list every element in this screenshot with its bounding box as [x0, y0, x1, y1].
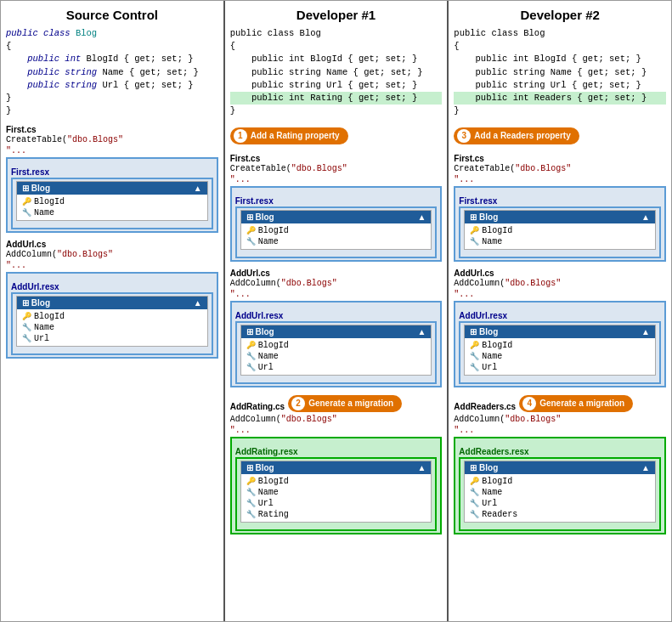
tree-header: ⊞ Blog▲	[241, 461, 432, 474]
callout-number: 3	[457, 129, 471, 143]
tree-header: ⊞ Blog▲	[241, 211, 432, 223]
tree-item: 🔧Name	[245, 351, 428, 362]
key-icon: 🔑	[22, 312, 31, 321]
section-group-addurl: AddUrl.csAddColumn("dbo.Blogs""...AddUrl…	[454, 269, 666, 387]
callout-number: 2	[291, 397, 305, 410]
file-label: AddUrl.cs	[6, 240, 218, 249]
tree-item: 🔧Url	[468, 362, 652, 373]
code-line: }	[454, 105, 666, 117]
code-line: {	[6, 40, 218, 53]
field-icon: 🔧	[470, 499, 479, 508]
file-label: First.cs	[230, 154, 443, 163]
resx-container: AddUrl.resx⊞ Blog▲🔑BlogId🔧Name🔧Url	[454, 301, 666, 387]
resx-container: First.resx⊞ Blog▲🔑BlogId🔧Name	[230, 186, 443, 262]
tree-item-label: Url	[258, 499, 274, 508]
code-line: {	[230, 40, 443, 53]
field-icon: 🔧	[22, 334, 31, 343]
callout-number: 1	[234, 129, 247, 143]
resx-label: First.resx	[235, 196, 438, 206]
tree-item-label: BlogId	[258, 477, 289, 486]
callout-text: Generate a migration	[539, 399, 624, 408]
tree-item: 🔧Readers	[468, 509, 652, 520]
resx-container: First.resx⊞ Blog▲🔑BlogId🔧Name	[454, 186, 666, 262]
field-icon: 🔧	[470, 488, 479, 497]
db-code-ellipsis: "...	[6, 261, 218, 270]
key-icon: 🔑	[470, 341, 479, 350]
code-line: public int Rating { get; set; }	[230, 92, 443, 105]
field-icon: 🔧	[470, 237, 479, 246]
code-line: public int BlogId { get; set; }	[230, 53, 443, 65]
tree-item-label: Name	[258, 488, 279, 497]
tree-header: ⊞ Blog▲	[465, 325, 655, 338]
field-icon: 🔧	[246, 352, 256, 361]
callout-text: Add a Readers property	[474, 131, 570, 140]
tree-item: 🔑BlogId	[245, 225, 428, 236]
tree-item: 🔧Name	[20, 207, 204, 218]
field-icon: 🔧	[470, 352, 479, 361]
tree-widget: ⊞ Blog▲🔑BlogId🔧Name🔧Url	[16, 296, 208, 347]
code-line: public string Name { get; set; }	[6, 66, 218, 79]
tree-item: 🔧Url	[245, 498, 428, 509]
tree-header: ⊞ Blog▲	[465, 461, 655, 474]
tree-item-label: Name	[482, 488, 502, 497]
file-label: AddReaders.cs	[454, 402, 516, 411]
tree-item: 🔧Name	[245, 236, 428, 247]
tree-widget: ⊞ Blog▲🔑BlogId🔧Name🔧Url🔧Readers	[464, 461, 656, 523]
db-code-ellipsis: "...	[6, 146, 218, 156]
tree-item: 🔧Rating	[245, 509, 428, 520]
resx-container: AddRating.resx⊞ Blog▲🔑BlogId🔧Name🔧Url🔧Ra…	[230, 437, 443, 534]
tree-header: ⊞ Blog▲	[17, 182, 207, 195]
section-group-first: First.csCreateTable("dbo.Blogs""...First…	[6, 125, 218, 233]
key-icon: 🔑	[22, 197, 31, 206]
code-line: public string Name { get; set; }	[230, 66, 443, 79]
column-source-control: Source Controlpublic class Blog{ public …	[1, 1, 225, 621]
tree-item-label: Name	[482, 352, 502, 361]
tree-item: 🔑BlogId	[468, 225, 652, 236]
callout-badge: 4Generate a migration	[519, 395, 633, 412]
resx-label: AddUrl.resx	[11, 282, 213, 291]
code-line: }	[6, 92, 218, 105]
section-group-addurl: AddUrl.csAddColumn("dbo.Blogs""...AddUrl…	[230, 269, 443, 387]
tree-item: 🔧Url	[468, 498, 652, 509]
field-icon: 🔧	[470, 363, 479, 372]
tree-item-label: Rating	[258, 510, 289, 519]
tree-header: ⊞ Blog▲	[17, 297, 207, 309]
field-icon: 🔧	[246, 499, 256, 508]
field-icon: 🔧	[246, 488, 256, 497]
db-code: CreateTable("dbo.Blogs"	[454, 164, 666, 173]
code-block: public class Blog{ public int BlogId { g…	[454, 27, 666, 118]
resx-container: AddReaders.resx⊞ Blog▲🔑BlogId🔧Name🔧Url🔧R…	[454, 437, 666, 534]
field-icon: 🔧	[246, 510, 256, 519]
tree-header: ⊞ Blog▲	[465, 211, 655, 223]
tree-item-label: BlogId	[482, 226, 512, 235]
field-icon: 🔧	[22, 323, 31, 332]
tree-item-label: Name	[258, 352, 279, 361]
tree-item: 🔑BlogId	[20, 311, 204, 322]
tree-item: 🔑BlogId	[468, 340, 652, 351]
code-line: {	[454, 40, 666, 53]
callout-text: Add a Rating property	[251, 131, 340, 140]
code-line: public int BlogId { get; set; }	[454, 53, 666, 65]
code-line: public string Url { get; set; }	[230, 79, 443, 92]
tree-item-label: Url	[482, 499, 497, 508]
db-code-ellipsis: "...	[230, 290, 443, 299]
resx-label: First.resx	[459, 196, 661, 206]
tree-item-label: Name	[34, 208, 54, 218]
tree-item: 🔧Url	[20, 333, 204, 344]
db-code: CreateTable("dbo.Blogs"	[6, 135, 218, 144]
resx-label: AddUrl.resx	[459, 311, 661, 320]
tree-item-label: BlogId	[482, 477, 512, 486]
tree-item-label: BlogId	[34, 312, 65, 321]
section-group-first: First.csCreateTable("dbo.Blogs""...First…	[454, 154, 666, 262]
tree-header: ⊞ Blog▲	[241, 325, 432, 338]
file-label: First.cs	[454, 154, 666, 163]
resx-label: AddUrl.resx	[235, 311, 438, 320]
column-title: Source Control	[6, 8, 218, 22]
field-icon: 🔧	[22, 208, 31, 218]
section-group-addreaders: AddReaders.cs4Generate a migrationAddCol…	[454, 393, 666, 534]
tree-item-label: Url	[34, 334, 49, 343]
main-container: Source Controlpublic class Blog{ public …	[0, 0, 672, 622]
field-icon: 🔧	[470, 510, 479, 519]
field-icon: 🔧	[246, 237, 256, 246]
tree-item-label: BlogId	[34, 197, 65, 206]
